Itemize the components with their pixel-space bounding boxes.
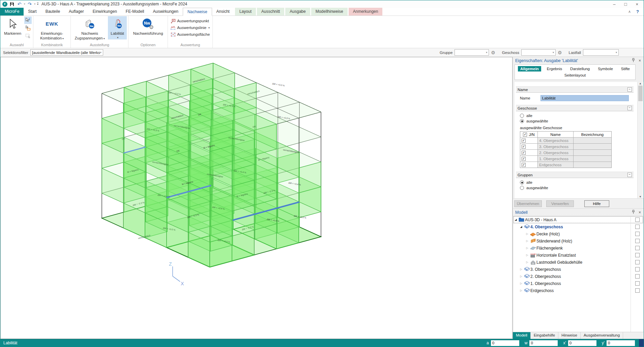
- tree-checkbox[interactable]: [635, 239, 640, 243]
- tab-seitenlayout[interactable]: Seitenlayout: [562, 73, 588, 78]
- tree-item-storey[interactable]: ▷ 3. Obergeschoss: [514, 266, 643, 273]
- collapse-ribbon-icon[interactable]: ∧: [628, 9, 631, 14]
- tree-checkbox[interactable]: [635, 218, 640, 222]
- building-3d-scene[interactable]: vernachlässigbarM < MgrenzΔM = +0.4 %ΔM …: [1, 57, 513, 339]
- selektionsfilter-combobox[interactable]: [aussteifende Wandbauteile (alle Werksto…: [30, 49, 103, 56]
- row-checkbox[interactable]: ✓: [522, 145, 526, 149]
- radio-gruppen-ausgewaehlte[interactable]: ausgewählte: [520, 186, 634, 190]
- tab-fe-modell[interactable]: FE-Modell: [121, 8, 149, 16]
- coord-input-y[interactable]: 0: [607, 340, 635, 346]
- tab-nachweise[interactable]: Nachweise: [183, 8, 212, 16]
- expander-closed-icon[interactable]: ▷: [519, 282, 523, 285]
- tree-item-project[interactable]: ◢ AUS-3D - Haus A: [514, 216, 643, 223]
- coord-input-x[interactable]: 0: [568, 340, 596, 346]
- hilfe-button[interactable]: Hilfe: [584, 200, 609, 207]
- bottom-tab-modell[interactable]: Modell: [513, 332, 531, 339]
- tab-allgemein[interactable]: Allgemein: [518, 66, 541, 71]
- tab-auswirkungen[interactable]: Auswirkungen: [149, 8, 183, 16]
- gruppe-combobox[interactable]: ▾: [455, 49, 489, 56]
- tab-ansicht[interactable]: Ansicht: [212, 8, 234, 16]
- maximize-button[interactable]: □: [624, 2, 627, 7]
- tab-auflager[interactable]: Auflager: [64, 8, 88, 16]
- tree-checkbox[interactable]: [635, 246, 640, 250]
- einwirkungs-kombination-button[interactable]: EWK Einwirkungs-Kombination▾: [35, 16, 69, 41]
- tree-checkbox[interactable]: [635, 225, 640, 229]
- tab-darstellung[interactable]: Darstellung: [568, 66, 592, 71]
- expander-closed-icon[interactable]: ▷: [525, 232, 529, 235]
- properties-scrollbar[interactable]: ▲ ▼: [637, 82, 643, 198]
- uebernehmen-button[interactable]: Übernehmen: [514, 200, 542, 207]
- name-input[interactable]: Labilität: [540, 95, 629, 101]
- redo-button[interactable]: ↷: [27, 1, 33, 7]
- expander-closed-icon[interactable]: ▷: [525, 247, 529, 250]
- geschoss-settings-gear-icon[interactable]: ⚙: [558, 50, 562, 55]
- tree-item-storey[interactable]: ▷ 2. Obergeschoss: [514, 273, 643, 280]
- tab-layout[interactable]: Layout: [235, 8, 256, 16]
- expander-open-icon[interactable]: ◢: [514, 218, 518, 221]
- section-header-geschosse[interactable]: Geschosse −: [516, 105, 634, 111]
- verwerfen-button[interactable]: Verwerfen: [546, 200, 574, 207]
- tab-symbole[interactable]: Symbole: [595, 66, 615, 71]
- nachweisfuehrung-button[interactable]: Nw⚙ Nachweisführung: [130, 16, 166, 36]
- expander-closed-icon[interactable]: ▷: [525, 239, 529, 242]
- scroll-down-icon[interactable]: ▼: [639, 195, 642, 198]
- tab-modellhinweise[interactable]: Modellhinweise: [311, 8, 348, 16]
- bottom-tab-eingabehilfe[interactable]: Eingabehilfe: [531, 332, 558, 339]
- tree-checkbox[interactable]: [635, 281, 640, 286]
- row-checkbox[interactable]: ✓: [522, 151, 526, 155]
- tree-checkbox[interactable]: [635, 288, 640, 293]
- tree-checkbox[interactable]: [635, 260, 640, 264]
- tree-item-storey[interactable]: ▷ 1. Obergeschoss: [514, 280, 643, 287]
- minimize-button[interactable]: –: [613, 2, 615, 7]
- collapse-section-icon[interactable]: −: [627, 87, 632, 92]
- select-rectangle-button[interactable]: [24, 24, 32, 32]
- select-info-button[interactable]: i: [24, 17, 32, 24]
- pin-icon[interactable]: [632, 58, 635, 63]
- radio-gruppen-alle[interactable]: alle: [520, 180, 634, 184]
- row-checkbox[interactable]: ✓: [522, 157, 526, 161]
- tab-ausgabe[interactable]: Ausgabe: [285, 8, 310, 16]
- bottom-tab-ausgabenverwaltung[interactable]: Ausgabenverwaltung: [581, 332, 623, 339]
- expander-closed-icon[interactable]: ▷: [519, 268, 523, 271]
- auswertungslinie-button[interactable]: Auswertungslinie ▾: [171, 24, 210, 31]
- tree-item-flaechengelenk[interactable]: ▷ Flächengelenk: [514, 244, 643, 252]
- lastfall-combobox[interactable]: ▾: [583, 49, 619, 56]
- expander-closed-icon[interactable]: ▷: [525, 254, 529, 257]
- tree-item-storey[interactable]: ▷ Erdgeschoss: [514, 287, 643, 294]
- tree-item-staenderwand[interactable]: ▷ Ständerwand (Holz): [514, 237, 643, 244]
- auswertungspunkt-button[interactable]: Auswertungspunkt: [171, 18, 210, 24]
- scrollbar-thumb[interactable]: [638, 86, 643, 101]
- close-panel-icon[interactable]: ×: [639, 210, 641, 215]
- undo-dropdown-icon[interactable]: ▾: [24, 3, 25, 5]
- expander-closed-icon[interactable]: ▷: [519, 289, 523, 292]
- help-icon[interactable]: ?: [636, 9, 639, 14]
- tab-ergebnis[interactable]: Ergebnis: [545, 66, 564, 71]
- save-icon[interactable]: [9, 1, 15, 7]
- tab-einwirkungen[interactable]: Einwirkungen: [88, 8, 121, 16]
- tree-checkbox[interactable]: [635, 274, 640, 279]
- section-header-gruppen[interactable]: Gruppen −: [516, 172, 634, 178]
- tab-bauteile[interactable]: Bauteile: [41, 8, 64, 16]
- tree-checkbox[interactable]: [635, 253, 640, 257]
- quick-access-customize-icon[interactable]: ▾: [37, 2, 38, 6]
- coord-input-a[interactable]: 0: [491, 340, 519, 346]
- tab-start[interactable]: Start: [24, 8, 41, 16]
- pin-icon[interactable]: [632, 210, 635, 215]
- tab-microfe[interactable]: MicroFe: [0, 8, 24, 16]
- tab-stifte[interactable]: Stifte: [619, 66, 632, 71]
- undo-button[interactable]: ↶: [17, 1, 22, 7]
- nachweis-zugspannungen-button[interactable]: Nw Nachweis Zugspannungen▾: [72, 16, 107, 41]
- tree-item-decke[interactable]: ▷ Decke (Holz): [514, 230, 643, 237]
- expander-open-icon[interactable]: ◢: [519, 225, 523, 228]
- radio-geschosse-alle[interactable]: alle: [520, 114, 634, 118]
- row-checkbox[interactable]: ✓: [522, 139, 526, 143]
- header-checkbox[interactable]: ✓: [523, 133, 527, 137]
- tab-ausschnitt[interactable]: Ausschnitt: [257, 8, 284, 16]
- tree-item-ersatzlast[interactable]: ▷ Horizontale Ersatzlast: [514, 252, 643, 259]
- expander-closed-icon[interactable]: ▷: [525, 261, 529, 264]
- coord-input-w[interactable]: 0: [529, 340, 558, 346]
- collapse-section-icon[interactable]: −: [627, 173, 632, 177]
- scroll-up-icon[interactable]: ▲: [639, 82, 642, 85]
- tab-anmerkungen[interactable]: Anmerkungen: [349, 8, 383, 16]
- select-lasso-button[interactable]: [24, 32, 32, 39]
